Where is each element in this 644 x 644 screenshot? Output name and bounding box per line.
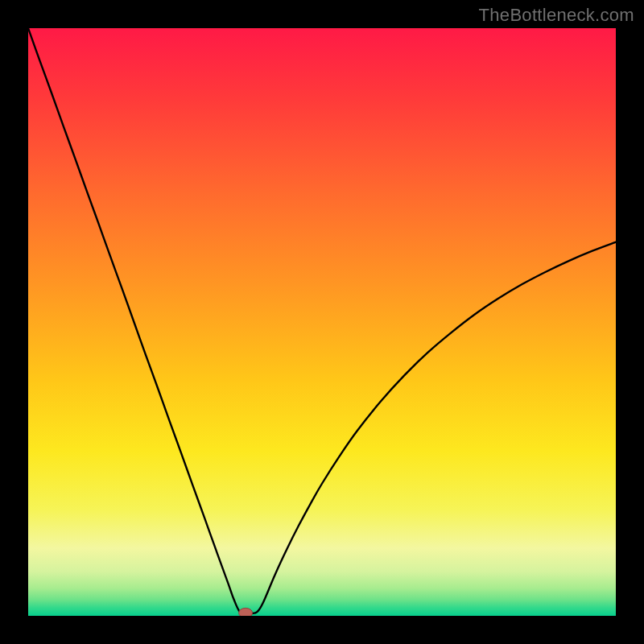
minimum-marker [239, 608, 253, 616]
bottleneck-curve [28, 28, 616, 613]
plot-area [28, 28, 616, 616]
watermark-text: TheBottleneck.com [479, 5, 634, 26]
chart-frame: TheBottleneck.com [0, 0, 644, 644]
curve-layer [28, 28, 616, 616]
